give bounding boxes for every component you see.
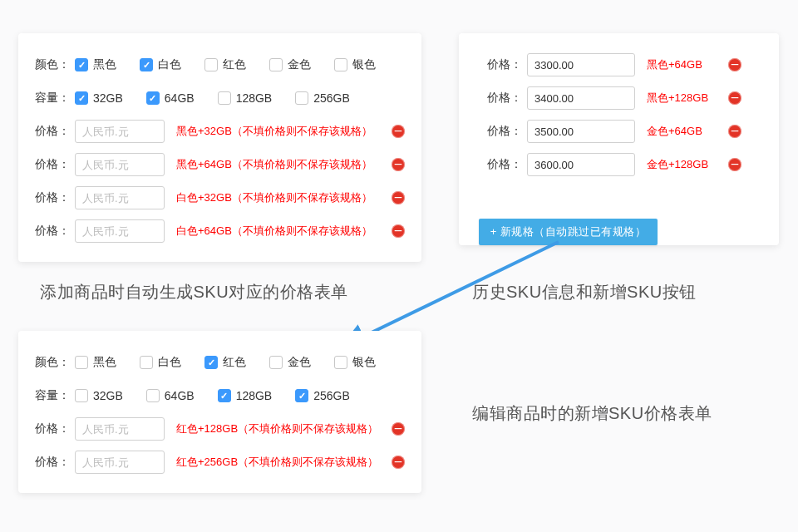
history-price-row-3: 价格： 金色+128GB <box>475 148 762 181</box>
checkbox-icon <box>334 58 347 71</box>
checkbox-capacity-1[interactable]: 64GB <box>146 91 195 105</box>
sku-hint: 红色+128GB（不填价格则不保存该规格） <box>176 421 385 436</box>
checkbox-color-4[interactable]: 银色 <box>334 355 376 370</box>
checkbox-color-1[interactable]: 白色 <box>140 355 181 370</box>
capacity-checkbox-group: 32GB 64GB 128GB 256GB <box>75 91 350 105</box>
checkbox-capacity-0[interactable]: 32GB <box>75 389 123 402</box>
sku-hint: 金色+128GB <box>647 157 722 172</box>
delete-icon[interactable] <box>392 191 405 204</box>
checkbox-icon <box>204 356 218 369</box>
checkbox-label: 64GB <box>165 389 195 402</box>
checkbox-label: 256GB <box>313 389 350 402</box>
sku-hint: 白色+64GB（不填价格则不保存该规格） <box>176 224 385 239</box>
label-capacity: 容量： <box>35 388 75 403</box>
price-input[interactable] <box>75 186 165 209</box>
checkbox-icon <box>295 91 308 105</box>
checkbox-color-2[interactable]: 红色 <box>204 57 246 72</box>
price-input[interactable] <box>527 53 635 76</box>
checkbox-label: 白色 <box>158 57 181 72</box>
checkbox-color-2[interactable]: 红色 <box>204 355 246 370</box>
sku-hint: 黑色+128GB <box>647 91 722 106</box>
price-row-0: 价格： 黑色+32GB（不填价格则不保存该规格） <box>35 115 405 148</box>
checkbox-color-3[interactable]: 金色 <box>269 57 311 72</box>
add-spec-button[interactable]: + 新规格（自动跳过已有规格） <box>479 219 658 245</box>
delete-icon[interactable] <box>392 125 405 138</box>
checkbox-icon <box>295 389 308 402</box>
checkbox-label: 黑色 <box>93 355 116 370</box>
delete-icon[interactable] <box>392 456 405 469</box>
label-price: 价格： <box>35 421 75 436</box>
checkbox-label: 128GB <box>236 91 273 105</box>
checkbox-color-0[interactable]: 黑色 <box>75 355 116 370</box>
label-price: 价格： <box>487 91 527 106</box>
checkbox-color-0[interactable]: 黑色 <box>75 57 116 72</box>
price-input[interactable] <box>527 86 635 110</box>
price-row-2: 价格： 白色+32GB（不填价格则不保存该规格） <box>35 181 405 214</box>
checkbox-icon <box>204 58 218 71</box>
label-price: 价格： <box>35 224 75 239</box>
checkbox-icon <box>140 58 153 71</box>
price-input[interactable] <box>527 120 635 143</box>
row-color: 颜色： 黑色 白色 红色 金色 <box>35 346 405 379</box>
price-input[interactable] <box>75 120 165 143</box>
checkbox-label: 黑色 <box>93 57 116 72</box>
checkbox-color-4[interactable]: 银色 <box>334 57 376 72</box>
checkbox-color-1[interactable]: 白色 <box>140 57 181 72</box>
caption-card-c: 编辑商品时的新增SKU价格表单 <box>472 402 712 425</box>
stage: 颜色： 黑色 白色 红色 金色 <box>0 0 798 532</box>
sku-hint: 红色+256GB（不填价格则不保存该规格） <box>176 455 385 470</box>
delete-icon[interactable] <box>392 422 405 436</box>
checkbox-capacity-3[interactable]: 256GB <box>295 389 350 402</box>
checkbox-capacity-2[interactable]: 128GB <box>218 389 273 402</box>
row-capacity: 容量： 32GB 64GB 128GB 256GB <box>35 81 405 115</box>
checkbox-icon <box>146 91 160 105</box>
checkbox-icon <box>75 58 88 71</box>
checkbox-label: 64GB <box>165 91 195 105</box>
row-capacity: 容量： 32GB 64GB 128GB 256GB <box>35 379 405 412</box>
checkbox-icon <box>269 356 283 369</box>
delete-icon[interactable] <box>728 125 741 138</box>
label-price: 价格： <box>487 124 527 139</box>
label-price: 价格： <box>35 190 75 205</box>
price-row-0: 价格： 红色+128GB（不填价格则不保存该规格） <box>35 412 405 446</box>
label-capacity: 容量： <box>35 91 75 106</box>
price-row-1: 价格： 黑色+64GB（不填价格则不保存该规格） <box>35 148 405 181</box>
delete-icon[interactable] <box>728 58 741 71</box>
capacity-checkbox-group: 32GB 64GB 128GB 256GB <box>75 389 350 402</box>
history-price-row-2: 价格： 金色+64GB <box>475 115 762 148</box>
checkbox-capacity-3[interactable]: 256GB <box>295 91 350 105</box>
price-input[interactable] <box>75 417 165 441</box>
checkbox-label: 红色 <box>223 57 246 72</box>
checkbox-label: 32GB <box>93 91 123 105</box>
delete-icon[interactable] <box>392 158 405 171</box>
checkbox-label: 128GB <box>236 389 273 402</box>
checkbox-capacity-0[interactable]: 32GB <box>75 91 123 105</box>
label-price: 价格： <box>35 455 75 470</box>
delete-icon[interactable] <box>392 224 405 238</box>
checkbox-capacity-2[interactable]: 128GB <box>218 91 273 105</box>
checkbox-capacity-1[interactable]: 64GB <box>146 389 195 402</box>
label-price: 价格： <box>487 57 527 72</box>
label-color: 颜色： <box>35 57 75 72</box>
sku-hint: 黑色+64GB（不填价格则不保存该规格） <box>176 157 385 172</box>
price-input[interactable] <box>527 153 635 176</box>
checkbox-label: 金色 <box>288 355 311 370</box>
checkbox-label: 256GB <box>313 91 350 105</box>
checkbox-icon <box>146 389 160 402</box>
checkbox-icon <box>140 356 153 369</box>
sku-hint: 金色+64GB <box>647 124 722 139</box>
checkbox-label: 银色 <box>352 57 376 72</box>
checkbox-label: 金色 <box>288 57 311 72</box>
row-color: 颜色： 黑色 白色 红色 金色 <box>35 48 405 81</box>
price-input[interactable] <box>75 153 165 176</box>
checkbox-color-3[interactable]: 金色 <box>269 355 311 370</box>
sku-hint: 黑色+32GB（不填价格则不保存该规格） <box>176 124 385 139</box>
price-row-1: 价格： 红色+256GB（不填价格则不保存该规格） <box>35 446 405 479</box>
price-input[interactable] <box>75 451 165 474</box>
checkbox-icon <box>75 356 88 369</box>
delete-icon[interactable] <box>728 158 741 171</box>
price-input[interactable] <box>75 219 165 243</box>
delete-icon[interactable] <box>728 91 741 105</box>
card-edit-product-sku: 颜色： 黑色 白色 红色 金色 <box>18 331 421 493</box>
color-checkbox-group: 黑色 白色 红色 金色 银色 <box>75 355 376 370</box>
